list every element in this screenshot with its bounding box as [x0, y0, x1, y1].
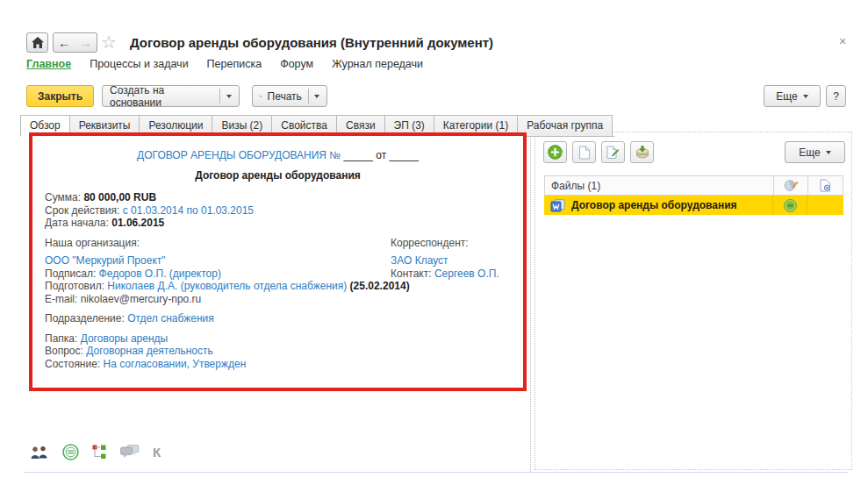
tab-working-group[interactable]: Рабочая группа	[518, 115, 613, 137]
files-table: Файлы (1) Договор аренды оборудования	[544, 175, 843, 215]
topic-label: Вопрос:	[45, 345, 83, 357]
document-number-line: ДОГОВОР АРЕНДЫ ОБОРУДОВАНИЯ № _____ от _…	[45, 149, 511, 162]
printer-icon	[260, 91, 262, 102]
signature-stamp-icon[interactable]	[62, 444, 79, 460]
menu-item-correspondence[interactable]: Переписка	[207, 58, 262, 70]
document-subtitle: Договор аренды оборудования	[45, 169, 511, 182]
state-label: Состояние:	[45, 358, 100, 370]
word-file-icon	[550, 199, 565, 212]
overview-pane: ДОГОВОР АРЕНДЫ ОБОРУДОВАНИЯ № _____ от _…	[29, 132, 527, 391]
window-bottom-border	[25, 472, 848, 473]
preparer-date: (25.02.2014)	[350, 280, 410, 292]
window-title: Договор аренды оборудования (Внутренний …	[130, 35, 493, 50]
signature-column	[807, 176, 843, 195]
correspondent-block: Корреспондент: ЗАО Клауст Контакт: Серге…	[391, 237, 499, 281]
our-org-link[interactable]: ООО "Меркурий Проект"	[45, 254, 166, 267]
finish-edit-button[interactable]	[630, 141, 654, 163]
menu-item-main[interactable]: Главное	[26, 58, 71, 70]
print-button[interactable]: Печать	[252, 85, 327, 107]
forward-arrow-icon: →	[80, 37, 92, 49]
section-menu: Главное Процессы и задачи Переписка Фору…	[26, 58, 423, 70]
help-button[interactable]: ?	[826, 85, 846, 107]
view-file-button[interactable]	[572, 141, 596, 163]
chevron-down-icon	[226, 95, 232, 98]
edit-file-button[interactable]	[601, 141, 625, 163]
home-icon	[32, 37, 44, 48]
files-more-button[interactable]: Еще	[785, 141, 845, 163]
file-name: Договор аренды оборудования	[571, 199, 737, 211]
process-tree-icon[interactable]	[92, 445, 107, 460]
folder-link[interactable]: Договоры аренды	[81, 332, 169, 345]
amount-value: 80 000,00 RUB	[83, 191, 156, 203]
signed-file-icon	[820, 179, 831, 192]
state-link[interactable]: На согласовании, Утвержден	[104, 358, 247, 370]
files-table-header[interactable]: Файлы (1)	[544, 175, 843, 196]
document-title-link[interactable]: ДОГОВОР АРЕНДЫ ОБОРУДОВАНИЯ №	[137, 149, 341, 161]
validity-label: Срок действия:	[45, 204, 119, 217]
editing-status-icon	[784, 179, 799, 192]
participants-icon[interactable]	[30, 446, 49, 460]
more-button[interactable]: Еще	[764, 85, 821, 107]
validity-link[interactable]: с 01.03.2014 по 01.03.2015	[123, 204, 254, 217]
discussion-icon[interactable]	[120, 445, 140, 460]
signer-link[interactable]: Федоров О.П. (директор)	[99, 267, 221, 280]
start-date-label: Дата начала:	[45, 217, 109, 229]
back-button[interactable]: ←	[53, 32, 75, 53]
amount-label: Сумма:	[45, 191, 81, 203]
preparer-label: Подготовил:	[45, 280, 104, 292]
create-based-on-button[interactable]: Создать на основании	[102, 85, 240, 107]
menu-item-transfer-log[interactable]: Журнал передачи	[332, 58, 423, 70]
folder-label: Папка:	[45, 332, 77, 345]
save-file-icon	[635, 146, 649, 159]
file-row[interactable]: Договор аренды оборудования	[544, 196, 843, 215]
contact-link[interactable]: Сергеев О.П.	[434, 267, 499, 280]
file-busy-status-icon	[784, 199, 797, 212]
chevron-down-icon	[314, 95, 319, 98]
correspondent-label: Корреспондент:	[391, 237, 499, 250]
start-date-value: 01.06.2015	[111, 217, 164, 229]
edit-file-icon	[606, 146, 620, 160]
close-window-icon[interactable]: ×	[839, 34, 846, 48]
add-file-button[interactable]	[543, 141, 567, 163]
app-window: ← → ☆ Договор аренды оборудования (Внутр…	[0, 0, 868, 485]
consultant-k-icon[interactable]: К	[153, 445, 161, 460]
footer-icon-bar: К	[30, 444, 161, 460]
department-link[interactable]: Отдел снабжения	[127, 312, 214, 325]
files-count-header: Файлы (1)	[551, 180, 600, 192]
panel-splitter[interactable]	[530, 132, 531, 472]
files-panel: Еще Файлы (1) Договор аренды оборудовани…	[534, 132, 852, 470]
file-icon	[578, 146, 591, 160]
home-button[interactable]	[26, 32, 48, 53]
preparer-link[interactable]: Николаев Д.А. (руководитель отдела снабж…	[107, 280, 347, 292]
email-label: E-mail:	[45, 293, 77, 305]
button-divider	[219, 89, 220, 103]
forward-button[interactable]: →	[75, 32, 97, 53]
topic-link[interactable]: Договорная деятельность	[86, 345, 213, 357]
signer-label: Подписал:	[45, 267, 96, 280]
chevron-down-icon	[803, 95, 808, 98]
email-value: nikolaev@mercury-npo.ru	[81, 293, 202, 305]
chevron-down-icon	[826, 151, 831, 154]
menu-item-forum[interactable]: Форум	[280, 58, 313, 70]
close-button[interactable]: Закрыть	[26, 85, 94, 107]
department-label: Подразделение:	[45, 312, 125, 325]
favorites-star-icon[interactable]: ☆	[101, 32, 117, 53]
back-arrow-icon: ←	[58, 37, 70, 49]
parties-section: Наша организация: ООО "Меркурий Проект" …	[45, 237, 511, 306]
menu-item-processes[interactable]: Процессы и задачи	[90, 58, 188, 70]
file-signature-cell	[807, 196, 842, 215]
add-icon	[548, 145, 563, 160]
editing-status-column	[773, 176, 807, 195]
correspondent-link[interactable]: ЗАО Клауст	[391, 254, 448, 267]
contact-label: Контакт:	[391, 267, 432, 280]
